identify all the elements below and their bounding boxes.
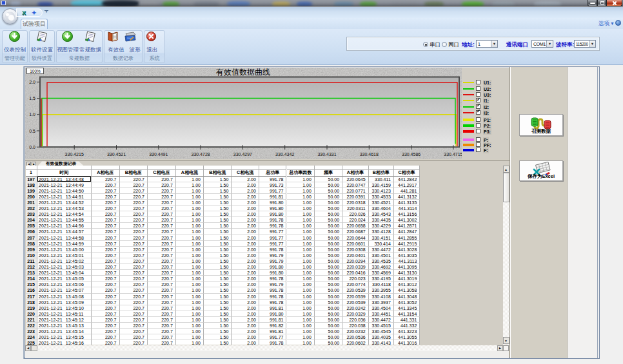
svg-text:1.0: 1.0 [29,112,35,117]
svg-text:330.4342: 330.4342 [275,152,294,157]
svg-text:330.4491: 330.4491 [149,152,168,157]
svg-text:330.4215: 330.4215 [65,152,84,157]
svg-text:330.4586: 330.4586 [402,152,420,157]
svg-text:330.4728: 330.4728 [191,152,210,157]
svg-text:330.4297: 330.4297 [233,152,252,157]
svg-text:330.4618: 330.4618 [360,152,379,157]
svg-text:330.4331: 330.4331 [317,152,336,157]
svg-text:0.0: 0.0 [29,145,35,149]
svg-text:0.5: 0.5 [29,129,35,133]
svg-text:330.4715: 330.4715 [444,152,462,157]
svg-text:2.0: 2.0 [29,80,35,84]
svg-text:330.4521: 330.4521 [107,152,126,157]
svg-text:1.5: 1.5 [29,96,35,101]
svg-text:100%: 100% [30,69,41,73]
svg-text:有效值数据曲线: 有效值数据曲线 [215,68,270,77]
